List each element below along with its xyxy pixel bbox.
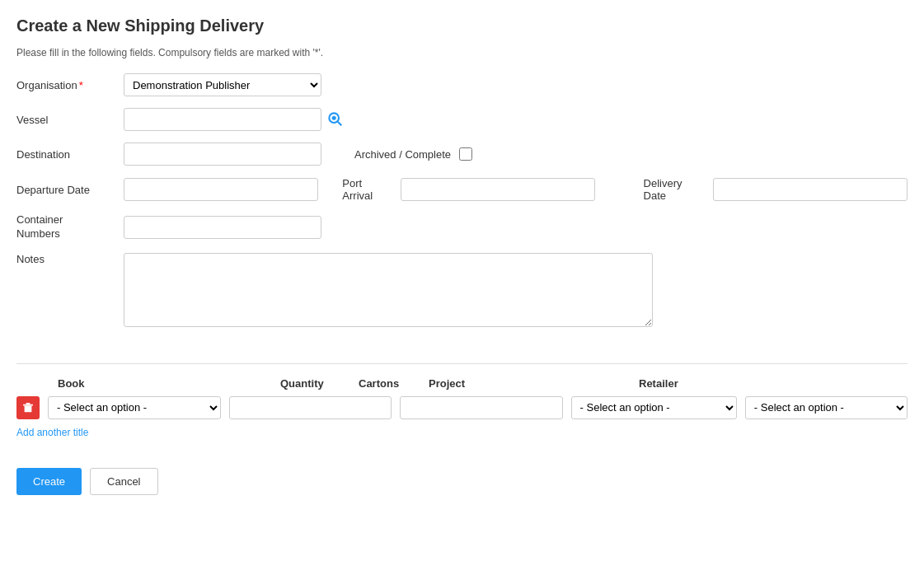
actions-row: Create Cancel bbox=[16, 468, 908, 495]
dates-row: Departure Date Port Arrival Delivery Dat… bbox=[16, 177, 908, 202]
vessel-input[interactable] bbox=[124, 108, 321, 131]
archived-group: Archived / Complete bbox=[354, 147, 472, 161]
page-title: Create a New Shipping Delivery bbox=[16, 16, 908, 35]
add-another-title-button[interactable]: Add another title bbox=[16, 427, 88, 438]
create-button[interactable]: Create bbox=[16, 468, 82, 495]
destination-archived-row: Destination Archived / Complete bbox=[16, 143, 908, 166]
notes-row: Notes bbox=[16, 253, 908, 327]
cancel-button[interactable]: Cancel bbox=[90, 468, 157, 495]
delete-title-button[interactable] bbox=[16, 396, 40, 419]
vessel-label: Vessel bbox=[16, 114, 124, 126]
instruction-text: Please fill in the following fields. Com… bbox=[16, 47, 908, 58]
organisation-label: Organisation* bbox=[16, 79, 124, 91]
retailer-column-header: Retailer bbox=[639, 377, 837, 390]
notes-textarea[interactable] bbox=[124, 253, 653, 327]
organisation-row: Organisation* Demonstration Publisher bbox=[16, 73, 908, 96]
trash-icon bbox=[22, 402, 34, 414]
destination-input[interactable] bbox=[124, 143, 321, 166]
archived-checkbox[interactable] bbox=[459, 147, 472, 161]
cartons-column-header: Cartons bbox=[359, 377, 429, 390]
retailer-select[interactable]: - Select an option - bbox=[745, 396, 908, 419]
project-select[interactable]: - Select an option - bbox=[571, 396, 737, 419]
delivery-date-label: Delivery Date bbox=[644, 177, 707, 202]
title-row-1: - Select an option - - Select an option … bbox=[16, 396, 908, 419]
required-mark: * bbox=[79, 79, 83, 91]
container-numbers-row: ContainerNumbers bbox=[16, 213, 908, 241]
search-icon bbox=[326, 110, 343, 127]
svg-line-1 bbox=[338, 121, 342, 125]
departure-date-input[interactable] bbox=[124, 178, 318, 201]
vessel-group bbox=[124, 108, 343, 131]
container-numbers-input[interactable] bbox=[124, 216, 321, 239]
svg-rect-4 bbox=[23, 404, 33, 405]
project-column-header: Project bbox=[429, 377, 639, 390]
svg-point-2 bbox=[332, 115, 336, 119]
section-divider bbox=[16, 363, 908, 364]
book-column-header: Book bbox=[58, 377, 280, 390]
delivery-date-input[interactable] bbox=[713, 178, 908, 201]
svg-rect-5 bbox=[26, 403, 30, 404]
container-numbers-label: ContainerNumbers bbox=[16, 213, 124, 241]
destination-label: Destination bbox=[16, 148, 124, 161]
page-container: Create a New Shipping Delivery Please fi… bbox=[0, 0, 924, 561]
vessel-search-button[interactable] bbox=[326, 110, 343, 129]
vessel-row: Vessel bbox=[16, 108, 908, 131]
notes-label: Notes bbox=[16, 253, 124, 265]
cartons-input[interactable] bbox=[400, 396, 562, 419]
titles-header: Book Quantity Cartons Project Retailer bbox=[16, 377, 908, 390]
titles-section: Book Quantity Cartons Project Retailer -… bbox=[16, 377, 908, 451]
departure-date-label: Departure Date bbox=[16, 184, 124, 196]
book-select[interactable]: - Select an option - bbox=[48, 396, 221, 419]
port-arrival-input[interactable] bbox=[401, 178, 595, 201]
port-arrival-label: Port Arrival bbox=[342, 177, 393, 202]
quantity-column-header: Quantity bbox=[280, 377, 359, 390]
organisation-select[interactable]: Demonstration Publisher bbox=[124, 73, 321, 96]
quantity-input[interactable] bbox=[229, 396, 392, 419]
form-section: Organisation* Demonstration Publisher Ve… bbox=[16, 73, 908, 355]
archived-label: Archived / Complete bbox=[354, 148, 451, 161]
svg-rect-3 bbox=[25, 405, 32, 412]
